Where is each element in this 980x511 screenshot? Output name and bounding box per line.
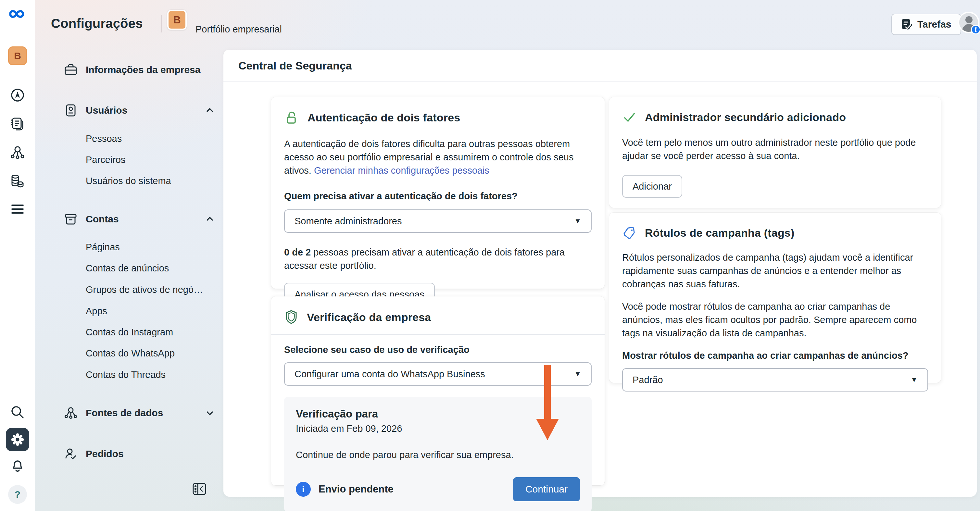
sidebar-item-whatsapp-accounts[interactable]: Contas do WhatsApp	[35, 343, 224, 363]
dropdown-caret-icon: ▼	[910, 376, 918, 384]
content-posts-icon[interactable]	[10, 116, 25, 132]
checkmark-icon	[622, 110, 636, 124]
verification-usecase-select[interactable]: Configurar uma conta do WhatsApp Busines…	[284, 362, 592, 386]
id-card-icon	[64, 103, 78, 118]
sidebar-item-label: Parceiros	[86, 154, 126, 165]
sidebar-item-label: Usuários do sistema	[86, 176, 171, 186]
meta-infinity-icon	[8, 6, 28, 21]
secondary-admin-title: Administrador secundário adicionado	[645, 111, 846, 124]
sidebar-group-label: Contas	[86, 213, 119, 224]
panel-title: Central de Segurança	[239, 59, 352, 72]
open-lock-icon	[284, 110, 299, 125]
two-factor-card: Autenticação de dois fatores A autentica…	[271, 97, 605, 289]
sidebar-group-label: Fontes de dados	[86, 408, 163, 419]
notifications-bell-icon[interactable]	[10, 457, 25, 473]
sidebar-item-threads-accounts[interactable]: Contas do Threads	[35, 365, 224, 385]
info-icon: i	[296, 482, 311, 497]
secondary-admin-body: Você tem pelo menos um outro administrad…	[622, 136, 928, 162]
two-factor-requirement-select[interactable]: Somente administradores ▼	[284, 209, 592, 233]
verification-started-date: Iniciada em Feb 09, 2026	[296, 423, 580, 434]
sidebar-item-ad-accounts[interactable]: Contas de anúncios	[35, 258, 224, 278]
sidebar-item-label: Apps	[86, 306, 107, 317]
page-title: Configurações	[51, 16, 143, 31]
data-sources-icon	[64, 406, 78, 420]
tasks-button[interactable]: Tarefas	[891, 14, 961, 35]
business-settings-page: B	[0, 0, 980, 511]
selected-option: Configurar uma conta do WhatsApp Busines…	[294, 369, 574, 379]
campaign-labels-body1: Rótulos personalizados de campanha (tags…	[622, 251, 928, 291]
collapse-panel-icon	[192, 482, 207, 495]
campaign-labels-question: Mostrar rótulos de campanha ao criar cam…	[622, 350, 928, 361]
manage-personal-settings-link[interactable]: Gerenciar minhas configurações pessoais	[314, 165, 489, 176]
campaign-labels-select[interactable]: Padrão ▼	[622, 368, 928, 392]
business-verification-card: Verificação da empresa Selecione seu cas…	[271, 296, 605, 486]
verification-continue-text: Continue de onde parou para verificar su…	[296, 448, 580, 462]
search-icon[interactable]	[10, 404, 25, 420]
secondary-admin-card: Administrador secundário adicionado Você…	[609, 97, 941, 208]
sidebar-item-instagram-accounts[interactable]: Contas do Instagram	[35, 322, 224, 342]
sidebar-group-accounts[interactable]: Contas	[35, 209, 224, 229]
all-tools-menu-icon[interactable]	[10, 202, 25, 216]
dropdown-caret-icon: ▼	[574, 217, 581, 225]
ads-manager-icon[interactable]	[10, 88, 25, 103]
icon-rail: B	[0, 0, 35, 511]
portfolio-selector[interactable]: Portfólio empresarial	[196, 24, 282, 35]
two-factor-title: Autenticação de dois fatores	[307, 111, 460, 124]
meta-logo-icon[interactable]	[8, 6, 28, 21]
selected-option: Somente administradores	[294, 216, 574, 227]
sidebar-item-partners[interactable]: Parceiros	[35, 150, 224, 170]
title-divider	[161, 15, 162, 32]
sidebar-item-people[interactable]: Pessoas	[35, 129, 224, 149]
sidebar-item-system-users[interactable]: Usuários do sistema	[35, 171, 224, 191]
add-admin-button[interactable]: Adicionar	[622, 175, 682, 198]
billing-coins-icon[interactable]	[10, 174, 25, 189]
business-portfolio-rail-button[interactable]: B	[8, 46, 27, 65]
sidebar-item-pages[interactable]: Páginas	[35, 237, 224, 257]
verification-select-label: Selecione seu caso de uso de verificação	[284, 344, 592, 355]
sidebar-item-label: Páginas	[86, 242, 120, 253]
tasks-button-label: Tarefas	[917, 19, 951, 30]
dropdown-caret-icon: ▼	[574, 370, 581, 378]
chevron-up-icon	[204, 213, 216, 225]
sidebar-item-label: Contas do Threads	[86, 369, 165, 380]
sidebar-item-label: Contas do WhatsApp	[86, 348, 175, 359]
campaign-labels-body2: Você pode mostrar rótulos de campanha ao…	[622, 300, 928, 340]
shield-icon	[284, 309, 298, 325]
verification-for-title: Verificação para	[296, 408, 580, 420]
campaign-labels-title: Rótulos de campanha (tags)	[645, 227, 794, 239]
sidebar-item-label: Pedidos	[86, 448, 124, 459]
sidebar-item-business-asset-groups[interactable]: Grupos de ativos de negó…	[35, 280, 224, 300]
archive-box-icon	[64, 212, 78, 226]
gear-icon	[6, 428, 29, 451]
sidebar-group-users[interactable]: Usuários	[35, 100, 224, 121]
sidebar-item-apps[interactable]: Apps	[35, 301, 224, 321]
panel-header: Central de Segurança	[223, 50, 977, 82]
briefcase-icon	[64, 63, 78, 77]
verification-title: Verificação da empresa	[307, 311, 431, 324]
sidebar-item-label: Grupos de ativos de negó…	[86, 284, 203, 295]
tasks-clipboard-icon	[901, 18, 912, 30]
tag-icon	[622, 226, 636, 240]
two-factor-progress-count: 0 de 2	[284, 247, 311, 258]
security-center-panel: Central de Segurança Autenticação de doi…	[223, 50, 977, 497]
two-factor-progress-text: pessoas precisam ativar a autenticação d…	[284, 247, 565, 271]
portfolio-b-badge: B	[8, 46, 27, 65]
data-sources-rail-icon[interactable]	[10, 145, 25, 161]
sidebar-item-label: Contas de anúncios	[86, 263, 169, 274]
pending-submission-status: Envio pendente	[318, 483, 513, 495]
portfolio-badge[interactable]: B	[167, 10, 187, 30]
sidebar-item-label: Contas do Instagram	[86, 327, 173, 337]
campaign-labels-card: Rótulos de campanha (tags) Rótulos perso…	[609, 213, 941, 383]
help-button[interactable]: ?	[8, 485, 27, 504]
collapse-sidebar-button[interactable]	[192, 482, 207, 495]
sidebar-item-requests[interactable]: Pedidos	[35, 444, 224, 464]
settings-rail-button[interactable]	[6, 428, 29, 451]
selected-option: Padrão	[633, 375, 910, 385]
sidebar-group-data-sources[interactable]: Fontes de dados	[35, 403, 224, 423]
chevron-down-icon	[204, 407, 216, 419]
sidebar-item-label: Pessoas	[86, 134, 122, 144]
user-avatar[interactable]: f	[958, 12, 979, 33]
person-check-icon	[64, 447, 78, 461]
continue-button[interactable]: Continuar	[513, 477, 580, 501]
sidebar-item-business-info[interactable]: Informações da empresa	[35, 60, 224, 80]
